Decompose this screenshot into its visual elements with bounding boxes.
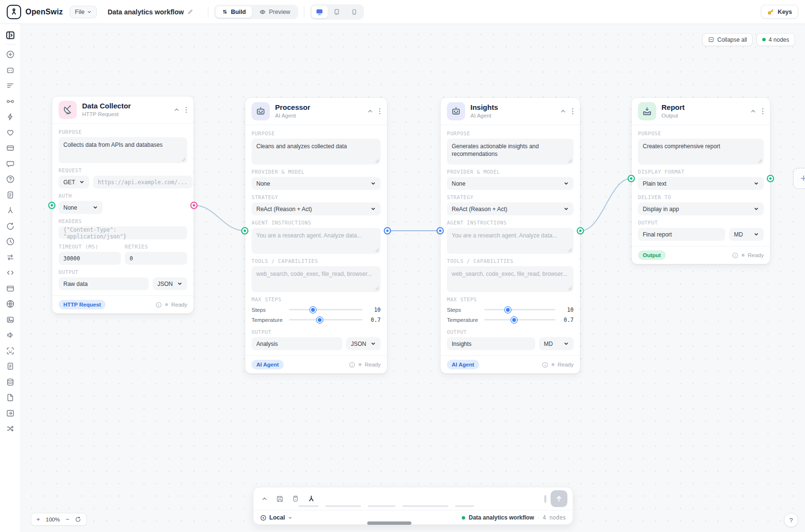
- temperature-slider[interactable]: [484, 319, 555, 320]
- bot-icon[interactable]: [6, 66, 15, 75]
- resize-handle-icon[interactable]: [374, 286, 379, 290]
- heart-icon[interactable]: [6, 128, 15, 137]
- temperature-slider[interactable]: [289, 319, 362, 320]
- collapse-chevron-icon[interactable]: [174, 107, 180, 113]
- resize-handle-icon[interactable]: [567, 158, 572, 163]
- output-name-input[interactable]: Analysis: [252, 337, 342, 350]
- kebab-menu-icon[interactable]: [572, 108, 574, 115]
- desktop-device-button[interactable]: [312, 6, 328, 18]
- file-icon[interactable]: [6, 393, 15, 402]
- provider-select[interactable]: None: [252, 177, 381, 190]
- collapse-chevron-icon[interactable]: [560, 108, 566, 114]
- output-format-select[interactable]: JSON: [346, 337, 381, 350]
- workflow-canvas[interactable]: Collapse all 4 nodes Data Collector HTTP…: [21, 24, 805, 532]
- collapse-all-button[interactable]: Collapse all: [702, 33, 753, 46]
- port-insights-output[interactable]: [577, 227, 584, 235]
- tools-textarea[interactable]: web_search, code_exec, file_read, browse…: [252, 266, 381, 292]
- slider-thumb[interactable]: [310, 306, 317, 313]
- slider-thumb[interactable]: [316, 316, 324, 323]
- reset-view-icon[interactable]: [75, 516, 81, 522]
- purpose-textarea[interactable]: Creates comprehensive report: [638, 139, 764, 165]
- port-processor-output[interactable]: [384, 227, 391, 235]
- node-header[interactable]: Insights AI Agent: [441, 98, 580, 125]
- database-icon[interactable]: [6, 378, 15, 387]
- strategy-select[interactable]: ReAct (Reason + Act): [447, 202, 574, 215]
- purpose-textarea[interactable]: Generates actionable insights and recomm…: [447, 139, 574, 165]
- output-format-select[interactable]: MD: [729, 228, 764, 241]
- port-processor-input[interactable]: [241, 227, 249, 235]
- instructions-textarea[interactable]: You are a research agent. Analyze data..…: [447, 228, 574, 254]
- url-input[interactable]: https://api.example.com/...: [93, 176, 192, 189]
- help-circle-icon[interactable]: [6, 175, 15, 184]
- image-icon[interactable]: [6, 315, 15, 324]
- document-icon[interactable]: [6, 362, 15, 371]
- node-insights[interactable]: Insights AI Agent PURPOSE Generates acti…: [440, 97, 580, 374]
- save-icon[interactable]: [276, 495, 284, 503]
- brand-logo-icon[interactable]: [7, 5, 21, 19]
- file-menu-button[interactable]: File: [70, 6, 97, 18]
- help-button[interactable]: ?: [784, 513, 798, 527]
- node-data-collector[interactable]: Data Collector HTTP Request PURPOSE Coll…: [52, 96, 194, 314]
- slider-thumb[interactable]: [504, 306, 511, 313]
- provider-select[interactable]: None: [447, 177, 574, 190]
- resize-handle-icon[interactable]: [567, 248, 572, 252]
- assistant-panel[interactable]: Local Data analytics workflow · 4 nodes: [253, 487, 573, 525]
- zap-icon[interactable]: [6, 112, 15, 121]
- send-button[interactable]: [551, 490, 567, 507]
- output-name-input[interactable]: Final report: [638, 228, 725, 241]
- port-insights-input[interactable]: [437, 227, 444, 235]
- timeout-input[interactable]: 30000: [59, 252, 121, 265]
- info-icon[interactable]: [732, 252, 738, 259]
- node-processor[interactable]: Processor AI Agent PURPOSE Cleans and an…: [245, 97, 387, 374]
- info-icon[interactable]: [156, 302, 162, 308]
- keys-button[interactable]: Keys: [761, 5, 798, 19]
- resize-handle-icon[interactable]: [757, 158, 762, 163]
- node-header[interactable]: Processor AI Agent: [245, 98, 387, 125]
- add-circle-icon[interactable]: [6, 50, 15, 59]
- retries-input[interactable]: 0: [125, 252, 187, 265]
- auth-select[interactable]: None: [59, 201, 103, 214]
- kebab-menu-icon[interactable]: [762, 108, 764, 115]
- globe-icon[interactable]: [6, 299, 15, 308]
- tablet-device-button[interactable]: [329, 6, 345, 18]
- output-format-select[interactable]: JSON: [153, 277, 187, 290]
- method-select[interactable]: GET: [59, 176, 89, 189]
- zoom-in-button[interactable]: +: [36, 516, 40, 523]
- resize-handle-icon[interactable]: [181, 157, 185, 161]
- resize-handle-icon[interactable]: [374, 248, 379, 252]
- node-header[interactable]: Report Output: [632, 98, 770, 125]
- swap-icon[interactable]: [6, 253, 15, 262]
- panel-scrollbar[interactable]: [544, 495, 546, 503]
- environment-selector[interactable]: Local: [260, 514, 292, 521]
- refresh-icon[interactable]: [6, 222, 15, 231]
- strategy-select[interactable]: ReAct (Reason + Act): [252, 202, 381, 215]
- credit-card-icon[interactable]: [6, 143, 15, 153]
- shuffle-icon[interactable]: [6, 424, 15, 433]
- port-collector-output[interactable]: [191, 202, 198, 209]
- audio-icon[interactable]: [6, 331, 15, 340]
- zoom-out-button[interactable]: −: [66, 516, 69, 523]
- port-collector-input[interactable]: [48, 202, 56, 209]
- output-format-select[interactable]: MD: [539, 337, 574, 350]
- scan-face-icon[interactable]: [6, 346, 15, 355]
- preview-tab[interactable]: Preview: [253, 6, 296, 18]
- output-name-input[interactable]: Insights: [447, 337, 535, 350]
- info-icon[interactable]: [349, 362, 355, 368]
- workflow-branch-icon[interactable]: [307, 495, 315, 503]
- display-format-select[interactable]: Plain text: [638, 177, 764, 190]
- panel-toggle-icon[interactable]: [5, 30, 15, 40]
- expand-panel-icon[interactable]: [261, 496, 268, 502]
- chat-icon[interactable]: [6, 159, 15, 168]
- connection-icon[interactable]: [6, 97, 15, 106]
- device-save-icon[interactable]: [292, 495, 299, 502]
- tools-textarea[interactable]: web_search, code_exec, file_read, browse…: [447, 266, 574, 292]
- output-name-input[interactable]: Raw data: [59, 277, 149, 290]
- slider-thumb[interactable]: [511, 316, 518, 323]
- filter-icon[interactable]: [6, 81, 15, 90]
- headers-input[interactable]: {"Content-Type": "application/json"}: [59, 226, 187, 239]
- resize-handle-icon[interactable]: [374, 158, 379, 163]
- drag-handle[interactable]: [367, 521, 411, 525]
- steps-slider[interactable]: [289, 309, 362, 310]
- instructions-textarea[interactable]: You are a research agent. Analyze data..…: [252, 228, 381, 254]
- collapse-chevron-icon[interactable]: [750, 108, 756, 114]
